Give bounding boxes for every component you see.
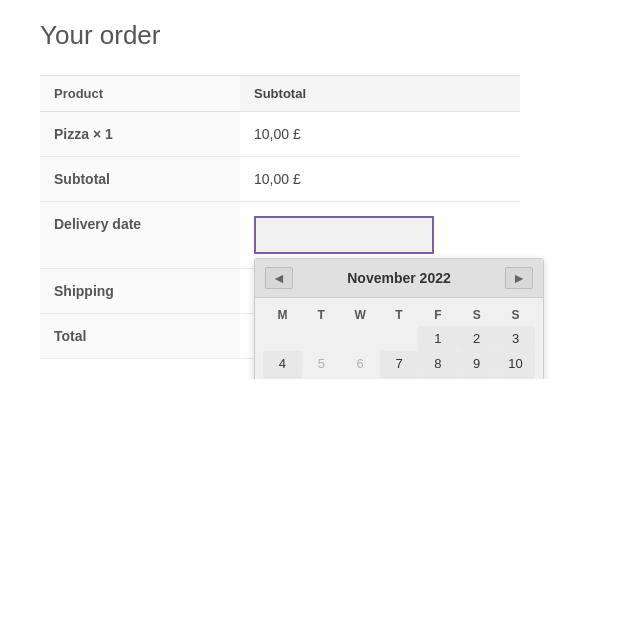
- subtotal-row: Subtotal 10,00 £: [40, 157, 520, 202]
- calendar-day-cell[interactable]: 15: [418, 376, 457, 379]
- delivery-date-input[interactable]: [254, 216, 434, 254]
- calendar: ◄ November 2022 ► MTWTFSS 12345678910111…: [254, 258, 544, 379]
- product-row: Pizza × 1 10,00 £: [40, 112, 520, 157]
- col-product-header: Product: [40, 76, 240, 112]
- delivery-value-cell[interactable]: ◄ November 2022 ► MTWTFSS 12345678910111…: [240, 202, 520, 269]
- calendar-day-header: W: [341, 304, 380, 326]
- page-title: Your order: [40, 20, 582, 51]
- calendar-day-cell: [302, 326, 341, 351]
- calendar-day-cell: 6: [341, 351, 380, 376]
- calendar-grid: MTWTFSS 12345678910111213141516171819202…: [255, 298, 543, 379]
- calendar-day-cell: 13: [341, 376, 380, 379]
- calendar-day-cell[interactable]: 4: [263, 351, 302, 376]
- calendar-day-cell: 12: [302, 376, 341, 379]
- calendar-day-cell[interactable]: 11: [263, 376, 302, 379]
- calendar-week-row: 11121314151617: [263, 376, 535, 379]
- calendar-day-header: T: [380, 304, 419, 326]
- calendar-week-row: 123: [263, 326, 535, 351]
- calendar-day-header: F: [418, 304, 457, 326]
- calendar-day-cell[interactable]: 3: [496, 326, 535, 351]
- calendar-day-cell[interactable]: 16: [457, 376, 496, 379]
- order-table: Product Subtotal Pizza × 1 10,00 £ Subto…: [40, 75, 520, 359]
- product-name-cell: Pizza × 1: [40, 112, 240, 157]
- subtotal-value-cell: 10,00 £: [240, 157, 520, 202]
- calendar-day-cell: 5: [302, 351, 341, 376]
- calendar-day-header: T: [302, 304, 341, 326]
- calendar-day-cell: [263, 326, 302, 351]
- calendar-day-cell[interactable]: 1: [418, 326, 457, 351]
- next-month-button[interactable]: ►: [505, 267, 533, 289]
- calendar-day-cell[interactable]: 7: [380, 351, 419, 376]
- calendar-day-cell[interactable]: 10: [496, 351, 535, 376]
- calendar-day-cell[interactable]: 9: [457, 351, 496, 376]
- calendar-day-cell: [380, 326, 419, 351]
- subtotal-label-cell: Subtotal: [40, 157, 240, 202]
- total-label-cell: Total: [40, 314, 240, 359]
- calendar-day-header: S: [457, 304, 496, 326]
- calendar-weeks: 1234567891011121314151617181920212223242…: [263, 326, 535, 379]
- calendar-day-cell: [341, 326, 380, 351]
- calendar-day-cell[interactable]: 17: [496, 376, 535, 379]
- calendar-week-row: 45678910: [263, 351, 535, 376]
- product-price-cell: 10,00 £: [240, 112, 520, 157]
- delivery-row: Delivery date ◄ November 2022 ► MTWTFSS …: [40, 202, 520, 269]
- calendar-day-header: M: [263, 304, 302, 326]
- calendar-header: ◄ November 2022 ►: [255, 259, 543, 298]
- product-qty: × 1: [93, 126, 113, 142]
- delivery-label-cell: Delivery date: [40, 202, 240, 269]
- product-name: Pizza: [54, 126, 89, 142]
- col-subtotal-header: Subtotal: [240, 76, 520, 112]
- prev-month-button[interactable]: ◄: [265, 267, 293, 289]
- calendar-day-cell[interactable]: 14: [380, 376, 419, 379]
- calendar-wrapper: ◄ November 2022 ► MTWTFSS 12345678910111…: [254, 216, 506, 254]
- shipping-label-cell: Shipping: [40, 269, 240, 314]
- calendar-day-cell[interactable]: 2: [457, 326, 496, 351]
- calendar-day-cell[interactable]: 8: [418, 351, 457, 376]
- calendar-days-header: MTWTFSS: [263, 304, 535, 326]
- calendar-month-year: November 2022: [347, 270, 451, 286]
- calendar-day-header: S: [496, 304, 535, 326]
